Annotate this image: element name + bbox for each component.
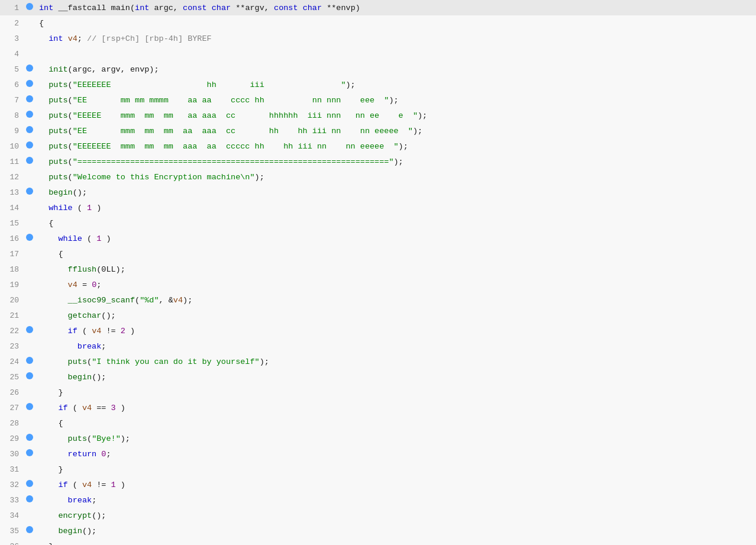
code-line: puts("EE mmm mm mm aa aaa cc hh hh iii n… bbox=[35, 123, 756, 138]
code-line: } bbox=[35, 538, 756, 545]
breakpoint-dot bbox=[26, 357, 33, 364]
table-row: 22 if ( v4 != 2 ) bbox=[0, 323, 756, 338]
code-line: { bbox=[35, 215, 756, 231]
table-row: 18 fflush(0LL); bbox=[0, 262, 756, 277]
code-line: if ( v4 == 3 ) bbox=[35, 400, 756, 415]
line-number: 1 bbox=[0, 0, 24, 15]
table-row: 33 break; bbox=[0, 492, 756, 508]
line-number: 12 bbox=[0, 169, 24, 185]
line-number: 22 bbox=[0, 323, 24, 338]
breakpoint-cell[interactable] bbox=[24, 538, 35, 545]
table-row: 3 int v4; // [rsp+Ch] [rbp-4h] BYREF bbox=[0, 31, 756, 46]
breakpoint-cell[interactable] bbox=[24, 62, 35, 77]
breakpoint-cell[interactable] bbox=[24, 385, 35, 400]
breakpoint-cell[interactable] bbox=[24, 77, 35, 92]
code-line: puts("Welcome to this Encryption machine… bbox=[35, 169, 756, 185]
table-row: 5 init(argc, argv, envp); bbox=[0, 62, 756, 77]
breakpoint-cell[interactable] bbox=[24, 354, 35, 369]
breakpoint-cell[interactable] bbox=[24, 292, 35, 308]
line-number: 7 bbox=[0, 92, 24, 108]
table-row: 12 puts("Welcome to this Encryption mach… bbox=[0, 169, 756, 185]
breakpoint-cell[interactable] bbox=[24, 400, 35, 415]
breakpoint-cell[interactable] bbox=[24, 154, 35, 169]
code-line: getchar(); bbox=[35, 308, 756, 323]
breakpoint-cell[interactable] bbox=[24, 31, 35, 46]
table-row: 4 bbox=[0, 46, 756, 62]
breakpoint-cell[interactable] bbox=[24, 523, 35, 538]
breakpoint-cell[interactable] bbox=[24, 15, 35, 31]
line-number: 11 bbox=[0, 154, 24, 169]
code-line: puts("Bye!"); bbox=[35, 431, 756, 446]
code-line: } bbox=[35, 462, 756, 477]
breakpoint-cell[interactable] bbox=[24, 477, 35, 492]
breakpoint-cell[interactable] bbox=[24, 46, 35, 62]
breakpoint-dot bbox=[26, 80, 33, 87]
breakpoint-dot bbox=[26, 526, 33, 533]
line-number: 27 bbox=[0, 400, 24, 415]
breakpoint-dot bbox=[26, 3, 33, 10]
line-number: 10 bbox=[0, 138, 24, 154]
code-line: puts("I think you can do it by yourself"… bbox=[35, 354, 756, 369]
line-number: 25 bbox=[0, 369, 24, 385]
line-number: 33 bbox=[0, 492, 24, 508]
code-line: puts("==================================… bbox=[35, 154, 756, 169]
line-number: 36 bbox=[0, 538, 24, 545]
breakpoint-cell[interactable] bbox=[24, 138, 35, 154]
breakpoint-cell[interactable] bbox=[24, 508, 35, 523]
code-table: 1int __fastcall main(int argc, const cha… bbox=[0, 0, 756, 545]
line-number: 9 bbox=[0, 123, 24, 138]
breakpoint-dot bbox=[26, 372, 33, 379]
line-number: 17 bbox=[0, 246, 24, 262]
code-line: if ( v4 != 2 ) bbox=[35, 323, 756, 338]
breakpoint-cell[interactable] bbox=[24, 108, 35, 123]
code-line: begin(); bbox=[35, 185, 756, 200]
table-row: 8 puts("EEEEE mmm mm mm aa aaa cc hhhhhh… bbox=[0, 108, 756, 123]
breakpoint-cell[interactable] bbox=[24, 200, 35, 215]
code-line: puts("EEEEE mmm mm mm aa aaa cc hhhhhh i… bbox=[35, 108, 756, 123]
breakpoint-cell[interactable] bbox=[24, 169, 35, 185]
breakpoint-cell[interactable] bbox=[24, 92, 35, 108]
breakpoint-dot bbox=[26, 126, 33, 133]
breakpoint-cell[interactable] bbox=[24, 415, 35, 431]
line-number: 4 bbox=[0, 46, 24, 62]
breakpoint-cell[interactable] bbox=[24, 323, 35, 338]
code-line: begin(); bbox=[35, 369, 756, 385]
breakpoint-cell[interactable] bbox=[24, 123, 35, 138]
code-line: { bbox=[35, 415, 756, 431]
line-number: 8 bbox=[0, 108, 24, 123]
breakpoint-cell[interactable] bbox=[24, 462, 35, 477]
breakpoint-dot bbox=[26, 111, 33, 118]
breakpoint-cell[interactable] bbox=[24, 492, 35, 508]
line-number: 30 bbox=[0, 446, 24, 462]
breakpoint-cell[interactable] bbox=[24, 215, 35, 231]
breakpoint-cell[interactable] bbox=[24, 231, 35, 246]
table-row: 17 { bbox=[0, 246, 756, 262]
line-number: 32 bbox=[0, 477, 24, 492]
breakpoint-cell[interactable] bbox=[24, 431, 35, 446]
breakpoint-cell[interactable] bbox=[24, 185, 35, 200]
table-row: 30 return 0; bbox=[0, 446, 756, 462]
line-number: 28 bbox=[0, 415, 24, 431]
breakpoint-cell[interactable] bbox=[24, 262, 35, 277]
code-line: int __fastcall main(int argc, const char… bbox=[35, 0, 756, 15]
line-number: 13 bbox=[0, 185, 24, 200]
breakpoint-cell[interactable] bbox=[24, 446, 35, 462]
breakpoint-cell[interactable] bbox=[24, 246, 35, 262]
breakpoint-cell[interactable] bbox=[24, 0, 35, 15]
code-line: while ( 1 ) bbox=[35, 231, 756, 246]
line-number: 24 bbox=[0, 354, 24, 369]
breakpoint-cell[interactable] bbox=[24, 369, 35, 385]
breakpoint-dot bbox=[26, 65, 33, 72]
table-row: 19 v4 = 0; bbox=[0, 277, 756, 292]
line-number: 6 bbox=[0, 77, 24, 92]
breakpoint-dot bbox=[26, 326, 33, 333]
breakpoint-dot bbox=[26, 403, 33, 410]
line-number: 21 bbox=[0, 308, 24, 323]
code-line: return 0; bbox=[35, 446, 756, 462]
breakpoint-cell[interactable] bbox=[24, 338, 35, 354]
breakpoint-cell[interactable] bbox=[24, 308, 35, 323]
line-number: 3 bbox=[0, 31, 24, 46]
breakpoint-cell[interactable] bbox=[24, 277, 35, 292]
table-row: 2{ bbox=[0, 15, 756, 31]
breakpoint-dot bbox=[26, 95, 33, 102]
